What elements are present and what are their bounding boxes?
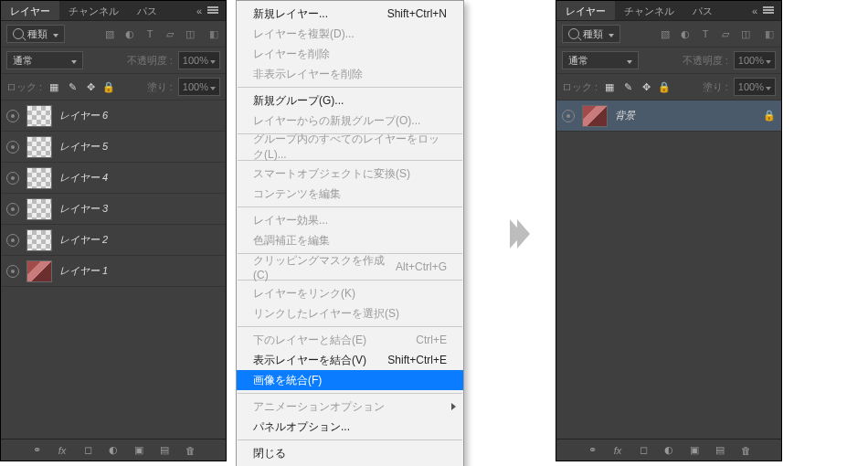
layer-row[interactable]: レイヤー 3: [1, 194, 226, 225]
visibility-icon[interactable]: [6, 265, 19, 278]
menu-item: 非表示レイヤーを削除: [237, 64, 463, 84]
layers-list: レイヤー 6レイヤー 5レイヤー 4レイヤー 3レイヤー 2レイヤー 1: [1, 101, 226, 439]
lock-all-icon[interactable]: 🔒: [102, 80, 115, 93]
menu-separator: [238, 440, 462, 440]
new-layer-icon[interactable]: ▤: [714, 444, 726, 457]
filter-adjust-icon[interactable]: ◐: [679, 27, 692, 40]
layer-thumbnail: [26, 198, 52, 220]
visibility-icon[interactable]: [562, 110, 575, 122]
lock-row: ロック : ▦ ✎ ✥ 🔒 塗り : 100%: [556, 74, 781, 101]
lock-pixels-icon[interactable]: ▦: [48, 80, 60, 93]
menu-item[interactable]: 閉じる: [237, 443, 463, 463]
filter-shape-icon[interactable]: ▱: [719, 27, 732, 40]
layer-row[interactable]: レイヤー 1: [1, 256, 226, 287]
lock-move-icon[interactable]: ✥: [640, 80, 652, 93]
menu-item[interactable]: パネルオプション...: [237, 417, 463, 437]
menu-item[interactable]: 画像を統合(F): [237, 370, 463, 390]
search-icon: [13, 28, 24, 39]
tab-layers[interactable]: レイヤー: [1, 1, 59, 20]
filter-smart-icon[interactable]: ◫: [739, 27, 752, 40]
menu-item-label: 色調補正を編集: [253, 233, 330, 249]
group-icon[interactable]: ▣: [688, 444, 701, 457]
mask-icon[interactable]: ◻: [637, 444, 650, 457]
fx-icon[interactable]: fx: [56, 444, 69, 457]
menu-item[interactable]: 新規レイヤー...Shift+Ctrl+N: [237, 4, 463, 24]
filter-kind-select[interactable]: 種類: [562, 25, 620, 43]
filter-smart-icon[interactable]: ◫: [184, 27, 196, 40]
visibility-icon[interactable]: [6, 172, 19, 185]
blend-mode-select[interactable]: 通常: [562, 51, 639, 69]
layers-panel-before: レイヤー チャンネル パス « 種類 ▧ ◐ T ▱ ◫ ◧ 通常 不透明度 :…: [0, 0, 227, 461]
menu-item-label: グループ内のすべてのレイヤーをロック(L)...: [253, 132, 447, 163]
tab-layers[interactable]: レイヤー: [556, 1, 615, 20]
filter-shape-icon[interactable]: ▱: [164, 27, 176, 40]
menu-item-label: レイヤーを削除: [253, 47, 330, 62]
opacity-input[interactable]: 100%: [734, 51, 776, 69]
menu-item: スマートオブジェクトに変換(S): [237, 164, 463, 184]
filter-type-icon[interactable]: T: [699, 27, 712, 40]
collapse-icon[interactable]: «: [748, 6, 761, 16]
layer-name: レイヤー 5: [59, 140, 108, 154]
fill-input[interactable]: 100%: [178, 78, 220, 96]
layer-row[interactable]: レイヤー 4: [1, 163, 226, 194]
visibility-icon[interactable]: [6, 141, 19, 154]
lock-paint-icon[interactable]: ✎: [66, 80, 79, 93]
fill-adjust-icon[interactable]: ◐: [662, 444, 675, 457]
layer-row-background[interactable]: 背景 🔒: [556, 101, 781, 132]
link-icon[interactable]: ⚭: [30, 444, 43, 457]
filter-toggle-icon[interactable]: ◧: [763, 27, 776, 40]
fill-input[interactable]: 100%: [734, 78, 776, 96]
visibility-icon[interactable]: [6, 203, 19, 216]
menu-item-label: レイヤー効果...: [253, 213, 328, 228]
fx-icon[interactable]: fx: [611, 444, 624, 457]
filter-kind-select[interactable]: 種類: [6, 25, 65, 43]
trash-icon[interactable]: 🗑: [739, 444, 752, 457]
link-icon[interactable]: ⚭: [586, 444, 598, 457]
panel-menu-icon[interactable]: [763, 6, 776, 16]
menu-item[interactable]: 表示レイヤーを結合(V)Shift+Ctrl+E: [237, 350, 463, 370]
menu-item-shortcut: Ctrl+E: [416, 334, 447, 346]
panel-tabs: レイヤー チャンネル パス «: [1, 1, 226, 21]
tab-channels[interactable]: チャンネル: [615, 1, 683, 20]
mask-icon[interactable]: ◻: [81, 444, 94, 457]
chevron-down-icon: [766, 55, 771, 66]
filter-type-icon[interactable]: T: [143, 27, 156, 40]
menu-item-label: パネルオプション...: [253, 419, 350, 435]
blend-mode-value: 通常: [13, 54, 33, 68]
panel-footer: ⚭ fx ◻ ◐ ▣ ▤ 🗑: [1, 439, 226, 461]
trash-icon[interactable]: 🗑: [184, 444, 196, 457]
menu-item[interactable]: 新規グループ(G)...: [237, 90, 463, 111]
tab-channels[interactable]: チャンネル: [59, 1, 128, 20]
tab-paths[interactable]: パス: [128, 1, 166, 20]
menu-item-label: 閉じる: [253, 446, 286, 461]
lock-move-icon[interactable]: ✥: [84, 80, 97, 93]
panel-menu-icon[interactable]: [207, 6, 220, 16]
lock-pixels-icon[interactable]: ▦: [603, 80, 616, 93]
tab-paths[interactable]: パス: [683, 1, 722, 20]
new-layer-icon[interactable]: ▤: [158, 444, 171, 457]
menu-item-label: 画像を統合(F): [253, 373, 322, 388]
layer-row[interactable]: レイヤー 6: [1, 101, 226, 132]
filter-row: 種類 ▧ ◐ T ▱ ◫ ◧: [556, 21, 781, 48]
menu-item-label: 新規グループ(G)...: [253, 93, 344, 109]
menu-item: アニメーションオプション: [237, 397, 463, 417]
group-icon[interactable]: ▣: [132, 444, 145, 457]
menu-item-label: 下のレイヤーと結合(E): [253, 333, 366, 348]
visibility-icon[interactable]: [6, 234, 19, 247]
filter-image-icon[interactable]: ▧: [659, 27, 672, 40]
lock-all-icon[interactable]: 🔒: [658, 80, 671, 93]
filter-adjust-icon[interactable]: ◐: [123, 27, 136, 40]
lock-paint-icon[interactable]: ✎: [621, 80, 634, 93]
layer-row[interactable]: レイヤー 2: [1, 225, 226, 256]
visibility-icon[interactable]: [6, 110, 19, 122]
layer-row[interactable]: レイヤー 5: [1, 132, 226, 163]
opacity-input[interactable]: 100%: [178, 51, 220, 69]
collapse-icon[interactable]: «: [193, 6, 206, 16]
filter-toggle-icon[interactable]: ◧: [207, 27, 220, 40]
chevron-down-icon: [766, 81, 771, 92]
blend-mode-select[interactable]: 通常: [6, 51, 83, 69]
fill-adjust-icon[interactable]: ◐: [107, 444, 120, 457]
filter-image-icon[interactable]: ▧: [103, 27, 116, 40]
menu-item-label: クリッピングマスクを作成(C): [253, 253, 396, 281]
menu-item-label: スマートオブジェクトに変換(S): [253, 166, 410, 182]
